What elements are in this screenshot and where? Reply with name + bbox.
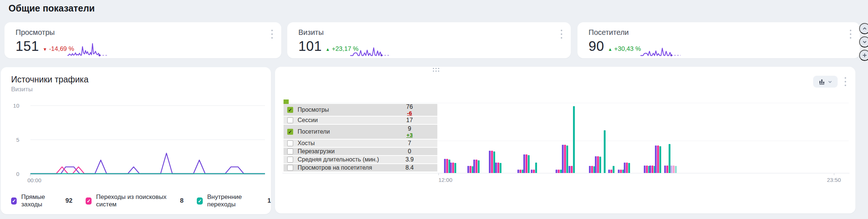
chevron-up-icon <box>862 26 867 31</box>
kebab-menu-icon[interactable] <box>269 29 275 39</box>
legend-item[interactable]: ✓Внутренние переходы1 <box>197 193 271 208</box>
bar-pink <box>497 163 499 173</box>
checked-checkbox[interactable]: ✓ <box>287 129 293 135</box>
legend-label: Прямые заходы <box>21 193 59 208</box>
bar-pink <box>652 166 653 173</box>
legend-item[interactable]: ✓Прямые заходы92 <box>11 193 72 208</box>
x-tick-label: 12:00 <box>438 177 453 183</box>
stats-label: Сессии <box>298 117 382 124</box>
stats-value: 76 <box>406 104 413 110</box>
legend-label: Переходы из поисковых систем <box>96 193 173 208</box>
bar-teal <box>675 166 677 173</box>
stats-row: Сессии17 <box>284 117 437 124</box>
bar-teal <box>659 146 661 173</box>
delta-link[interactable]: +3 <box>406 132 413 138</box>
unchecked-checkbox[interactable] <box>287 140 293 146</box>
bar-pink <box>657 146 659 173</box>
trend-arrow-icon: ▲ <box>325 47 330 52</box>
bar-purple <box>664 166 666 173</box>
unchecked-checkbox[interactable] <box>287 117 293 123</box>
checked-checkbox-icon[interactable]: ✓ <box>197 197 203 205</box>
unchecked-checkbox[interactable] <box>287 157 293 163</box>
stats-value: 17 <box>406 117 413 124</box>
stats-row: ✓Просмотры76-6 <box>284 104 437 116</box>
checked-checkbox-icon[interactable]: ✓ <box>11 197 17 205</box>
traffic-line-chart <box>30 105 265 174</box>
bar-teal <box>478 160 480 173</box>
x-axis-tick <box>438 173 439 175</box>
stats-row: Просмотров на посетителя8.4 <box>284 164 437 171</box>
bar-pink <box>452 163 454 173</box>
intraday-chart-panel: 12:00 23:50 ✓Просмотры76-6Сессии17✓Посет… <box>275 67 855 213</box>
bar-pink <box>571 166 573 173</box>
bar-pink <box>666 166 668 173</box>
delta-text: +30,43 % <box>614 45 641 53</box>
bar-purple <box>655 146 657 173</box>
bar-purple <box>450 163 452 173</box>
stats-value: 7 <box>408 140 411 147</box>
y-tick-label: 5 <box>3 137 19 143</box>
cards-scroll-down-button[interactable] <box>859 36 868 48</box>
stats-row: Перезагрузки0 <box>284 148 437 155</box>
bar-purple <box>489 151 491 173</box>
sparkline-chart <box>640 41 681 58</box>
cards-scroll-up-button[interactable] <box>859 23 868 34</box>
x-tick-label: 00:00 <box>27 177 42 183</box>
plus-icon <box>862 53 867 58</box>
bar-teal <box>528 155 530 173</box>
stats-row: Средняя длительность (мин.)3.9 <box>284 156 437 163</box>
checked-checkbox[interactable]: ✓ <box>287 107 293 113</box>
stats-row: Хосты7 <box>284 140 437 147</box>
traffic-line-series <box>30 105 265 174</box>
unchecked-checkbox[interactable] <box>287 148 293 154</box>
bar-purple <box>608 170 610 173</box>
bar-pink <box>470 166 471 173</box>
add-metric-button[interactable] <box>859 50 868 61</box>
bar-teal <box>566 146 568 173</box>
stats-label: Средняя длительность (мин.) <box>298 156 382 163</box>
metric-label: Посетители <box>589 28 629 37</box>
legend-count: 1 <box>268 197 271 205</box>
bar-purple <box>444 159 446 173</box>
bar-purple <box>589 166 591 173</box>
traffic-legend: ✓Прямые заходы92✓Переходы из поисковых с… <box>11 193 271 208</box>
bar-pink <box>520 170 521 173</box>
bar-purple <box>649 166 651 173</box>
bar-purple <box>644 166 646 173</box>
bar-purple <box>531 170 533 173</box>
delta-link[interactable]: -6 <box>407 110 412 117</box>
stats-label: Просмотров на посетителя <box>298 164 382 171</box>
chevron-down-icon <box>862 39 867 45</box>
legend-item[interactable]: ✓Переходы из поисковых систем8 <box>86 193 183 208</box>
bar-teal <box>613 166 614 173</box>
kebab-menu-icon[interactable] <box>558 29 565 39</box>
stats-value: 3.9 <box>405 156 414 163</box>
checked-checkbox-icon[interactable]: ✓ <box>86 197 92 205</box>
metric-value: 151 <box>16 39 39 54</box>
bar-pink <box>558 170 560 173</box>
panel-title: Источники трафика <box>11 75 89 85</box>
bar-pink <box>646 166 648 173</box>
kebab-menu-icon[interactable] <box>847 29 854 39</box>
y-tick-label: 10 <box>3 102 19 109</box>
bar-teal <box>628 163 630 173</box>
bar-purple <box>523 154 525 173</box>
metric-delta: ▲ +30,43 % <box>608 45 641 53</box>
bar-purple <box>473 160 475 173</box>
metric-card-visits[interactable]: Визиты 101 ▲ +23,17 % <box>287 22 571 58</box>
bar-pink <box>476 160 477 173</box>
y-tick-label: 0 <box>3 171 19 177</box>
bar-purple <box>618 170 620 173</box>
trend-arrow-icon: ▲ <box>608 47 612 52</box>
metric-card-visitors[interactable]: Посетители 90 ▲ +30,43 % <box>577 22 860 58</box>
unchecked-checkbox[interactable] <box>287 165 293 171</box>
metric-card-views[interactable]: Просмотры 151 ▼ -14,69 % <box>4 22 281 58</box>
bar-pink <box>446 159 448 173</box>
sparkline-chart <box>350 41 391 58</box>
bar-teal <box>535 163 537 173</box>
bar-pink <box>620 170 622 173</box>
bar-pink <box>491 151 493 173</box>
bar-purple <box>624 163 626 173</box>
metrics-summary-widget: ✓Просмотры76-6Сессии17✓Посетители9+3Хост… <box>284 104 437 172</box>
metric-value: 101 <box>298 39 322 54</box>
